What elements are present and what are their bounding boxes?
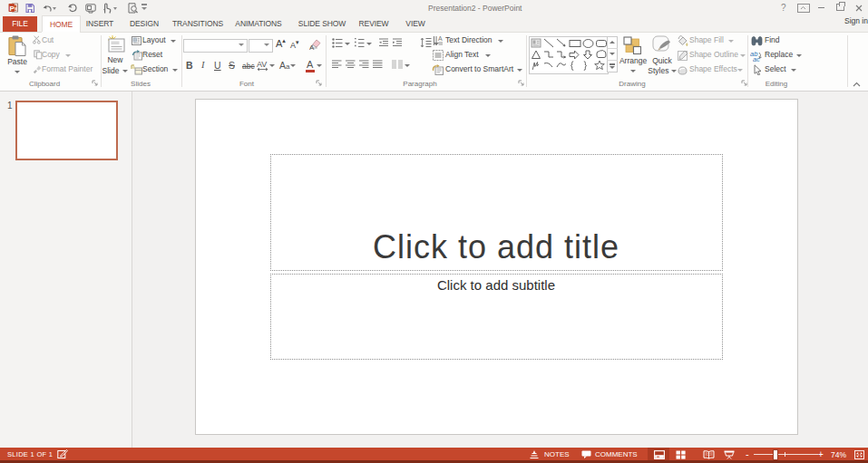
svg-text:P: P	[10, 5, 15, 13]
svg-text:A: A	[438, 35, 443, 42]
svg-text:A: A	[309, 43, 315, 50]
svg-text:ac: ac	[753, 55, 760, 63]
